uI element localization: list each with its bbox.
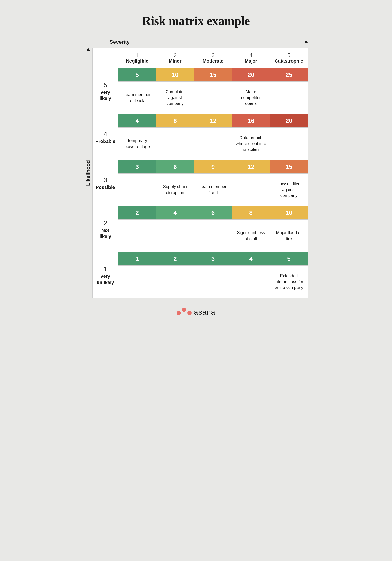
- desc-cell-r1-c2: [194, 128, 232, 160]
- col-header-4: 4 Major: [232, 48, 270, 68]
- score-badge-r0-c3: 20: [232, 68, 270, 81]
- desc-cell-r4-c2: [194, 266, 232, 298]
- row-header-num-0: 5: [94, 81, 117, 89]
- score-badge-r2-c0: 3: [118, 160, 156, 173]
- score-cell-r4-c2: 3: [194, 252, 232, 266]
- score-badge-r1-c2: 12: [194, 114, 232, 127]
- asana-logo: asana: [177, 308, 215, 316]
- row-header-4: 1Veryunlikely: [93, 252, 118, 298]
- desc-cell-r3-c4: Major flood or fire: [270, 220, 308, 252]
- row-header-0: 5Verylikely: [93, 68, 118, 114]
- score-cell-r3-c4: 10: [270, 206, 308, 220]
- severity-arrow: [134, 42, 308, 42]
- desc-cell-r2-c1: Supply chain disruption: [156, 173, 194, 206]
- score-cell-r1-c1: 8: [156, 114, 194, 128]
- matrix-wrapper: Severity Likelihood 1 Negligible: [84, 39, 308, 298]
- score-cell-r2-c2: 9: [194, 160, 232, 173]
- desc-row-0: Team member out sickComplaint against co…: [93, 82, 308, 114]
- score-cell-r1-c4: 20: [270, 114, 308, 128]
- score-cell-r4-c3: 4: [232, 252, 270, 266]
- desc-cell-r1-c3: Data breach where client info is stolen: [232, 128, 270, 160]
- row-header-name-0: Verylikely: [94, 89, 117, 101]
- desc-cell-r4-c0: [118, 266, 156, 298]
- matrix-table-container: 1 Negligible 2 Minor 3 Moderate: [93, 48, 308, 298]
- score-badge-r2-c2: 9: [194, 160, 232, 173]
- desc-cell-r4-c4: Extended internet loss for entire compan…: [270, 266, 308, 298]
- score-cell-r0-c0: 5: [118, 68, 156, 82]
- desc-cell-r0-c3: Major competitor opens: [232, 82, 270, 114]
- score-badge-r3-c0: 2: [118, 206, 156, 219]
- row-header-num-1: 4: [94, 130, 117, 138]
- score-cell-r4-c0: 1: [118, 252, 156, 266]
- col-header-3: 3 Moderate: [194, 48, 232, 68]
- score-cell-r3-c3: 8: [232, 206, 270, 220]
- score-badge-r1-c1: 8: [156, 114, 194, 127]
- desc-cell-r2-c0: [118, 173, 156, 206]
- desc-cell-r0-c0: Team member out sick: [118, 82, 156, 114]
- score-badge-r0-c4: 25: [270, 68, 308, 81]
- col-header-2: 2 Minor: [156, 48, 194, 68]
- desc-row-4: Extended internet loss for entire compan…: [93, 266, 308, 298]
- score-cell-r1-c0: 4: [118, 114, 156, 128]
- row-header-name-3: Notlikely: [94, 227, 117, 239]
- desc-cell-r4-c3: [232, 266, 270, 298]
- score-badge-r0-c0: 5: [118, 68, 156, 81]
- matrix-grid: Likelihood 1 Negligible 2: [84, 48, 308, 298]
- score-badge-r4-c2: 3: [194, 252, 232, 265]
- col-header-5: 5 Catastrophic: [270, 48, 308, 68]
- asana-dot-left: [177, 311, 181, 315]
- desc-cell-r0-c1: Complaint against company: [156, 82, 194, 114]
- desc-cell-r3-c2: [194, 220, 232, 252]
- score-cell-r0-c1: 10: [156, 68, 194, 82]
- score-cell-r3-c0: 2: [118, 206, 156, 220]
- severity-label: Severity: [110, 39, 130, 45]
- score-badge-r4-c4: 5: [270, 252, 308, 265]
- score-cell-r2-c1: 6: [156, 160, 194, 173]
- page-title: Risk matrix example: [142, 14, 250, 28]
- score-badge-r2-c4: 15: [270, 160, 308, 173]
- likelihood-container: Likelihood: [84, 48, 93, 298]
- page-container: Risk matrix example Severity Likelihood: [84, 14, 308, 316]
- col5-name: Catastrophic: [272, 58, 306, 64]
- score-badge-r3-c3: 8: [232, 206, 270, 219]
- score-badge-r3-c1: 4: [156, 206, 194, 219]
- desc-cell-r1-c4: [270, 128, 308, 160]
- asana-dot-right: [187, 311, 192, 315]
- row-header-num-3: 2: [94, 219, 117, 227]
- score-badge-r1-c3: 16: [232, 114, 270, 127]
- header-row: 1 Negligible 2 Minor 3 Moderate: [93, 48, 308, 68]
- score-row-2: 3Possible3691215: [93, 160, 308, 173]
- risk-matrix-table: 1 Negligible 2 Minor 3 Moderate: [93, 48, 308, 298]
- col2-num: 2: [158, 52, 192, 58]
- score-cell-r1-c2: 12: [194, 114, 232, 128]
- score-cell-r0-c3: 20: [232, 68, 270, 82]
- desc-cell-r1-c1: [156, 128, 194, 160]
- row-header-2: 3Possible: [93, 160, 118, 206]
- desc-cell-r2-c2: Team member fraud: [194, 173, 232, 206]
- score-cell-r4-c4: 5: [270, 252, 308, 266]
- desc-cell-r2-c4: Lawsuit filed against company: [270, 173, 308, 206]
- score-badge-r4-c3: 4: [232, 252, 270, 265]
- score-badge-r0-c2: 15: [194, 68, 232, 81]
- desc-row-3: Significant loss of staffMajor flood or …: [93, 220, 308, 252]
- header-empty: [93, 48, 118, 68]
- score-row-3: 2Notlikely246810: [93, 206, 308, 220]
- col4-name: Major: [234, 58, 268, 64]
- row-header-name-2: Possible: [94, 184, 117, 190]
- score-cell-r2-c0: 3: [118, 160, 156, 173]
- desc-cell-r2-c3: [232, 173, 270, 206]
- score-badge-r0-c1: 10: [156, 68, 194, 81]
- score-row-4: 1Veryunlikely12345: [93, 252, 308, 266]
- col-header-1: 1 Negligible: [118, 48, 156, 68]
- score-cell-r1-c3: 16: [232, 114, 270, 128]
- score-row-1: 4Probable48121620: [93, 114, 308, 128]
- asana-dots: [177, 308, 192, 316]
- severity-row: Severity: [110, 39, 308, 45]
- row-header-name-1: Probable: [94, 138, 117, 144]
- row-header-name-4: Veryunlikely: [94, 273, 117, 285]
- desc-row-2: Supply chain disruptionTeam member fraud…: [93, 173, 308, 206]
- col1-name: Negligible: [120, 58, 154, 64]
- desc-cell-r3-c3: Significant loss of staff: [232, 220, 270, 252]
- desc-cell-r3-c1: [156, 220, 194, 252]
- col3-num: 3: [196, 52, 230, 58]
